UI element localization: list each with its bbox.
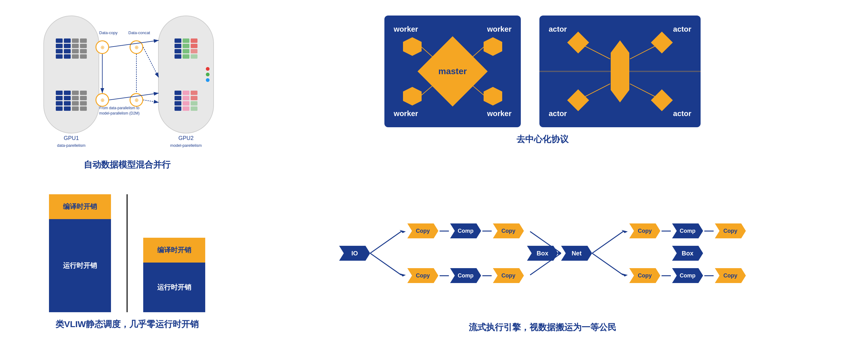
nn-block-top-gpu2 [167, 33, 205, 64]
gpu1-label: GPU1 [44, 135, 99, 141]
model-parallelism-label: model-parellelism [126, 143, 246, 148]
vliw-title: 类VLIW静态调度，几乎零运行时开销 [56, 319, 199, 330]
pipeline-rows-container: Copy Comp Copy Box Copy Comp Cop [407, 221, 524, 285]
pipeline-row-bottom-2: Copy Comp Copy [629, 268, 746, 283]
cost-diagram: 编译时开销 运行时开销 编译时开销 运行时开销 [49, 194, 205, 312]
main-container: GPU1 data-parellelism ⊕ ⊕ ⊕ ⊕ Data-copy … [0, 0, 868, 360]
copy-circle-top2: ⊕ [130, 40, 143, 54]
copy-top-left-2: Copy [629, 223, 660, 238]
data-concat-label: Data-concat [128, 30, 150, 35]
gpu2-capsule: GPU2 model-parellelism [158, 16, 214, 134]
comp-top: Comp [450, 223, 481, 238]
svg-line-14 [630, 84, 662, 100]
io-left: IO [339, 246, 370, 261]
pipeline-full-diagram: IO Copy Comp Copy [339, 191, 746, 315]
svg-line-11 [578, 43, 610, 59]
runtime-bar-left: 运行时开销 [49, 219, 111, 312]
svg-line-16 [370, 253, 401, 275]
data-parallelism-label: data-parellelism [17, 143, 126, 148]
top-row: GPU1 data-parellelism ⊕ ⊕ ⊕ ⊕ Data-copy … [0, 0, 868, 174]
copy-bottom-left-2: Copy [629, 268, 660, 283]
nn-block-top-gpu1 [53, 33, 90, 64]
copy-top-left: Copy [407, 223, 438, 238]
master-text: master [438, 66, 467, 76]
compile-bar-left: 编译时开销 [49, 194, 111, 219]
comp-bottom: Comp [450, 268, 481, 283]
copy-circle-bottom: ⊕ [95, 93, 109, 107]
copy-top-right: Copy [493, 223, 524, 238]
box-center-2: Box [672, 246, 703, 261]
svg-line-3 [143, 47, 159, 78]
compile-bar-right: 编译时开销 [143, 238, 205, 262]
svg-line-22 [592, 231, 623, 253]
bottom-row: 编译时开销 运行时开销 编译时开销 运行时开销 [0, 174, 868, 348]
streaming-title: 流式执行引擎，视数据搬运为一等公民 [469, 322, 616, 333]
net-center: Net [561, 246, 592, 261]
box-center: Box [527, 246, 558, 261]
streaming-section: IO Copy Comp Copy [236, 183, 849, 341]
svg-line-15 [370, 231, 401, 253]
comp-bottom-2: Comp [672, 268, 703, 283]
vliw-section: 编译时开销 运行时开销 编译时开销 运行时开销 [19, 183, 236, 341]
runtime-bar-right: 运行时开销 [143, 262, 205, 312]
auto-parallel-title: 自动数据模型混合并行 [84, 159, 170, 171]
pipeline-row-bottom: Copy Comp Copy [407, 268, 524, 283]
cost-bar-right: 编译时开销 运行时开销 [143, 238, 205, 312]
actor-diagram: actor actor actor actor [539, 16, 701, 127]
worker-actor-diagram: worker worker worker worker master [384, 16, 701, 127]
d2m-label: From data-parallelism tomodel-parallelis… [93, 106, 146, 116]
svg-line-4 [143, 100, 159, 103]
decentralized-section: worker worker worker worker master [236, 9, 849, 174]
decentralized-title: 去中心化协议 [517, 134, 568, 145]
divider-line [126, 194, 128, 312]
auto-parallel-section: GPU1 data-parellelism ⊕ ⊕ ⊕ ⊕ Data-copy … [19, 9, 236, 174]
copy-bottom-right-2: Copy [715, 268, 746, 283]
cost-bar-left: 编译时开销 运行时开销 [49, 194, 111, 312]
pipeline-rows-container-2: Copy Comp Copy Box Copy Comp Cop [629, 221, 746, 285]
gpu1-capsule: GPU1 data-parellelism [43, 16, 99, 134]
copy-circle-bottom2: ⊕ [130, 93, 143, 107]
svg-line-13 [578, 84, 610, 100]
right-connectors-right-svg [592, 222, 629, 284]
copy-bottom-right: Copy [493, 268, 524, 283]
left-connectors-svg [370, 222, 407, 284]
nn-block-bottom-gpu2 [167, 85, 205, 116]
svg-line-12 [630, 43, 662, 59]
data-copy-label: Data-copy [99, 30, 118, 35]
copy-top-right-2: Copy [715, 223, 746, 238]
pipeline-row-top: Copy Comp Copy [407, 223, 524, 238]
copy-bottom-left: Copy [407, 268, 438, 283]
copy-circle-top: ⊕ [95, 40, 109, 54]
pipeline-row-top-2: Copy Comp Copy [629, 223, 746, 238]
gpu2-label: GPU2 [159, 135, 213, 141]
comp-top-2: Comp [672, 223, 703, 238]
worker-diagram: worker worker worker worker master [384, 16, 521, 127]
svg-line-23 [592, 253, 623, 275]
nn-block-bottom-gpu1 [53, 85, 90, 116]
parallel-diagram: GPU1 data-parellelism ⊕ ⊕ ⊕ ⊕ Data-copy … [25, 12, 229, 155]
